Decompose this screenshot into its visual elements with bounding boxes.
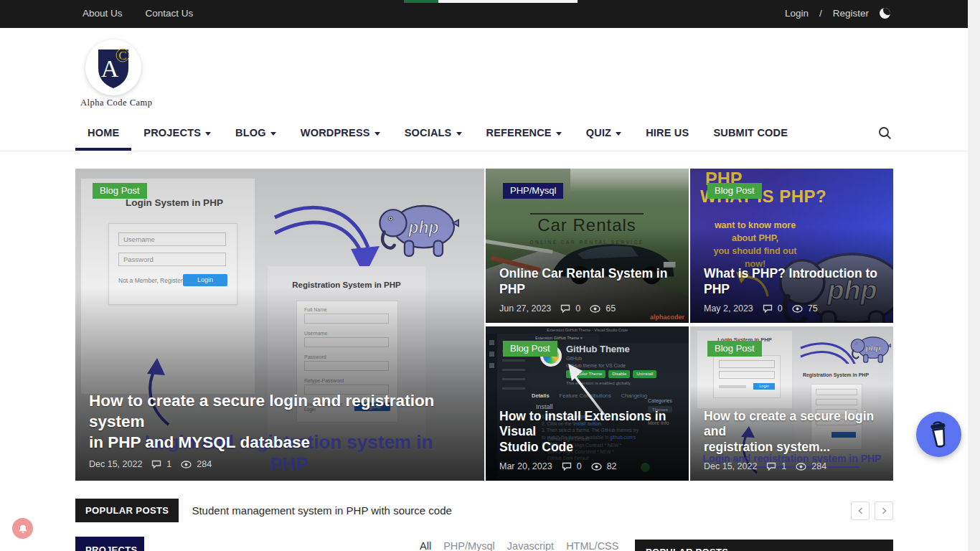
post-title[interactable]: What is PHP? Introduction to PHP — [704, 266, 883, 297]
login-link[interactable]: Login — [785, 8, 809, 19]
topbar-links: About Us Contact Us — [83, 8, 193, 19]
comments-count: 1 — [781, 461, 786, 471]
views-icon — [792, 305, 803, 313]
notification-bell-button[interactable] — [12, 518, 33, 539]
post-badge[interactable]: Blog Post — [707, 183, 762, 199]
post-title[interactable]: How to create a secure login and registr… — [89, 390, 474, 453]
nav-label: REFERENCE — [486, 127, 552, 138]
nav-item-quiz[interactable]: QUIZ — [574, 115, 633, 151]
post-meta: Dec 15, 2022 1 284 — [704, 461, 883, 471]
views-icon — [590, 305, 600, 313]
post-meta: Jun 27, 2023 0 65 — [499, 303, 679, 314]
coffee-cup-icon — [927, 420, 951, 449]
brand-text: Alpha Code Camp — [80, 98, 146, 108]
projects-section-label: PROJECTS — [75, 537, 144, 551]
popular-ticker: POPULAR POSTS Student management system … — [75, 499, 893, 522]
nav-label: HIRE US — [646, 127, 689, 138]
project-filter-tabs: All PHP/Mysql Javascript HTML/CSS — [420, 540, 618, 551]
chevron-down-icon — [270, 132, 276, 136]
post-title[interactable]: How to install Extensions in Visual Stud… — [499, 409, 679, 456]
views-count: 284 — [811, 461, 826, 471]
nav-item-submit-code[interactable]: SUBMIT CODE — [701, 115, 800, 151]
scrollbar-track[interactable] — [968, 0, 980, 551]
ticker-prev-button chevron-left-icon[interactable] — [851, 501, 870, 520]
post-card-hero[interactable]: Login System in PHP Username Password No… — [75, 169, 484, 481]
nav-label: SOCIALS — [405, 127, 452, 138]
post-badge[interactable]: Blog Post — [707, 341, 762, 357]
post-meta: Mar 20, 2023 0 82 — [499, 461, 679, 471]
post-date: Dec 15, 2022 — [89, 459, 142, 469]
post-card-what-is-php[interactable]: PHP WHAT IS PHP? want to know more about… — [690, 169, 893, 323]
post-caption: How to install Extensions in Visual Stud… — [499, 409, 679, 472]
top-bar: About Us Contact Us Login / Register — [0, 0, 980, 28]
filter-tab-html-css[interactable]: HTML/CSS — [566, 540, 618, 551]
post-meta: Dec 15, 2022 1 284 — [89, 459, 474, 469]
views-icon — [796, 463, 806, 471]
post-title[interactable]: Online Car Rental System in PHP — [499, 266, 679, 297]
ticker-label: POPULAR POSTS — [75, 499, 179, 522]
chevron-down-icon — [374, 132, 380, 136]
post-badge[interactable]: PHP/Mysql — [503, 183, 563, 199]
post-card-vscode-extensions[interactable]: Extension GitHub Theme - Visual Studio C… — [486, 326, 689, 481]
post-date: Jun 27, 2023 — [499, 303, 551, 314]
buy-me-coffee-button[interactable] — [916, 412, 961, 457]
chevron-down-icon — [616, 132, 621, 136]
logo-monogram-a: A — [101, 55, 119, 82]
popular-posts-label: POPULAR POSTS — [635, 540, 893, 551]
chevron-down-icon — [556, 132, 562, 136]
post-date: Mar 20, 2023 — [499, 461, 552, 471]
nav-item-socials[interactable]: SOCIALS — [392, 115, 474, 151]
views-icon — [181, 461, 192, 468]
filter-tab-javascript[interactable]: Javascript — [507, 540, 554, 551]
nav-label: QUIZ — [586, 127, 611, 138]
nav-item-home[interactable]: HOME — [75, 115, 131, 151]
views-count: 82 — [607, 461, 617, 471]
views-count: 65 — [606, 303, 616, 314]
ticker-nav — [851, 501, 893, 520]
watermark-text: alphacoder — [650, 314, 684, 321]
topbar-auth: Login / Register — [785, 8, 890, 19]
post-card-car-rental[interactable]: Car Rentals ONLINE CAR RENTAL SERVICE al… — [486, 169, 689, 323]
filter-tab-all[interactable]: All — [420, 540, 431, 551]
nav-item-reference[interactable]: REFERENCE — [474, 115, 574, 151]
dark-mode-toggle moon-icon[interactable] — [880, 8, 890, 19]
featured-grid: Login System in PHP Username Password No… — [75, 169, 893, 481]
nav-label: BLOG — [235, 127, 266, 138]
post-badge[interactable]: Blog Post — [503, 341, 557, 357]
chevron-down-icon — [205, 132, 211, 136]
comments-icon — [560, 304, 570, 313]
post-caption: What is PHP? Introduction to PHP May 2, … — [704, 266, 883, 314]
ticker-next-button chevron-right-icon[interactable] — [875, 501, 893, 520]
post-title[interactable]: How to create a secure login and registr… — [704, 409, 883, 456]
logo-shield-icon: A C — [85, 39, 141, 95]
chevron-down-icon — [456, 132, 462, 136]
post-badge[interactable]: Blog Post — [93, 183, 147, 199]
main-nav: HOME PROJECTS BLOG WORDPRESS SOCIALS REF… — [0, 115, 980, 151]
comments-icon — [763, 304, 773, 313]
comments-count: 0 — [575, 303, 580, 314]
site-logo[interactable]: A C Alpha Code Camp — [80, 39, 146, 108]
search-button search-icon[interactable] — [878, 126, 892, 140]
nav-item-blog[interactable]: BLOG — [223, 115, 288, 151]
nav-item-hire-us[interactable]: HIRE US — [633, 115, 701, 151]
nav-label: HOME — [88, 127, 119, 138]
register-link[interactable]: Register — [833, 8, 869, 19]
site-header: A C Alpha Code Camp — [0, 28, 980, 115]
logo-monogram-c: C — [118, 49, 126, 62]
topbar-link-about[interactable]: About Us — [83, 8, 123, 19]
comments-icon — [766, 462, 776, 471]
filter-tab-php-mysql[interactable]: PHP/Mysql — [443, 540, 495, 551]
comments-icon — [562, 462, 572, 471]
topbar-link-contact[interactable]: Contact Us — [146, 8, 194, 19]
views-count: 75 — [808, 303, 818, 314]
nav-label: SUBMIT CODE — [713, 127, 788, 138]
nav-item-wordpress[interactable]: WORDPRESS — [288, 115, 392, 151]
nav-items: HOME PROJECTS BLOG WORDPRESS SOCIALS REF… — [75, 115, 800, 151]
post-card-login-registration[interactable]: Login System in PHP Login Registration S… — [690, 326, 893, 481]
ticker-headline[interactable]: Student management system in PHP with so… — [192, 504, 451, 517]
post-date: May 2, 2023 — [704, 303, 753, 314]
nav-item-projects[interactable]: PROJECTS — [131, 115, 223, 151]
post-caption: How to create a secure login and registr… — [89, 390, 474, 469]
auth-separator: / — [819, 8, 822, 19]
views-count: 284 — [197, 459, 212, 469]
